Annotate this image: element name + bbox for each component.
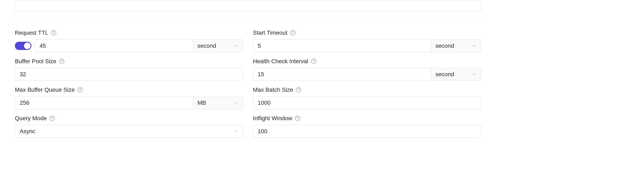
label-row: Buffer Pool Size xyxy=(15,58,243,65)
field-label: Query Mode xyxy=(15,115,47,122)
input-group: second xyxy=(253,68,481,81)
svg-point-1 xyxy=(54,34,54,34)
svg-point-9 xyxy=(80,91,80,91)
input-group: second xyxy=(253,39,481,52)
field-inflight-window: Inflight Window xyxy=(253,115,481,138)
svg-point-13 xyxy=(52,119,52,120)
select-value: Async xyxy=(20,128,36,135)
field-health-check-interval: Health Check Interval second xyxy=(253,58,481,81)
label-row: Inflight Window xyxy=(253,115,481,122)
help-icon[interactable] xyxy=(296,87,302,93)
select-value: MB xyxy=(198,99,206,106)
label-row: Request TTL xyxy=(15,29,243,36)
input-group: MB xyxy=(15,96,243,109)
chevron-down-icon xyxy=(233,129,238,134)
svg-point-11 xyxy=(298,91,299,91)
field-label: Inflight Window xyxy=(253,115,292,122)
chevron-down-icon xyxy=(234,100,238,105)
start-timeout-unit-select[interactable]: second xyxy=(431,40,481,52)
input-group xyxy=(15,68,243,81)
field-buffer-pool-size: Buffer Pool Size xyxy=(15,58,243,81)
input-group: second xyxy=(35,39,243,52)
max-buffer-queue-size-unit-select[interactable]: MB xyxy=(193,97,243,109)
control-row: second xyxy=(253,39,481,52)
field-label: Max Batch Size xyxy=(253,87,293,93)
query-mode-select[interactable]: Async xyxy=(15,125,243,138)
label-row: Query Mode xyxy=(15,115,243,122)
field-label: Start Timeout xyxy=(253,29,288,36)
input-group xyxy=(253,125,481,138)
textarea-above[interactable] xyxy=(15,0,481,11)
help-icon[interactable] xyxy=(311,58,316,64)
chevron-down-icon xyxy=(472,72,476,77)
svg-point-15 xyxy=(297,119,298,120)
label-row: Max Batch Size xyxy=(253,87,481,93)
field-label: Request TTL xyxy=(15,29,48,36)
field-query-mode: Query Mode Async xyxy=(15,115,243,138)
field-max-buffer-queue-size: Max Buffer Queue Size MB xyxy=(15,87,243,109)
label-row: Start Timeout xyxy=(253,29,481,36)
control-row: second xyxy=(15,39,243,52)
chevron-down-icon xyxy=(472,43,476,48)
field-label: Max Buffer Queue Size xyxy=(15,87,75,93)
request-ttl-input[interactable] xyxy=(35,40,193,52)
control-row xyxy=(15,68,243,81)
section-divider xyxy=(15,19,481,20)
svg-point-3 xyxy=(292,34,293,34)
svg-point-7 xyxy=(314,62,314,63)
select-value: second xyxy=(436,43,454,49)
max-batch-size-input[interactable] xyxy=(253,97,481,109)
input-group xyxy=(253,96,481,109)
chevron-down-icon xyxy=(234,43,238,48)
health-check-interval-input[interactable] xyxy=(253,68,431,81)
help-icon[interactable] xyxy=(295,115,300,121)
field-label: Buffer Pool Size xyxy=(15,58,56,65)
help-icon[interactable] xyxy=(59,58,64,64)
settings-form: Request TTL second xyxy=(15,29,481,138)
select-value: second xyxy=(436,71,454,78)
request-ttl-unit-select[interactable]: second xyxy=(193,40,243,52)
label-row: Max Buffer Queue Size xyxy=(15,87,243,93)
control-row xyxy=(253,96,481,109)
select-value: second xyxy=(198,43,216,49)
field-label: Health Check Interval xyxy=(253,58,308,65)
help-icon[interactable] xyxy=(77,87,83,93)
toggle-knob xyxy=(24,43,31,49)
buffer-pool-size-input[interactable] xyxy=(15,68,243,81)
control-row: MB xyxy=(15,96,243,109)
control-row xyxy=(253,125,481,138)
svg-point-5 xyxy=(62,62,62,63)
field-max-batch-size: Max Batch Size xyxy=(253,87,481,109)
request-ttl-toggle[interactable] xyxy=(15,42,32,50)
label-row: Health Check Interval xyxy=(253,58,481,65)
help-icon[interactable] xyxy=(49,115,55,121)
inflight-window-input[interactable] xyxy=(253,125,481,138)
help-icon[interactable] xyxy=(51,30,56,36)
help-icon[interactable] xyxy=(290,30,296,36)
start-timeout-input[interactable] xyxy=(253,40,431,52)
control-row: Async xyxy=(15,125,243,138)
health-check-interval-unit-select[interactable]: second xyxy=(431,68,481,81)
max-buffer-queue-size-input[interactable] xyxy=(15,97,193,109)
field-start-timeout: Start Timeout second xyxy=(253,29,481,52)
field-request-ttl: Request TTL second xyxy=(15,29,243,52)
control-row: second xyxy=(253,68,481,81)
